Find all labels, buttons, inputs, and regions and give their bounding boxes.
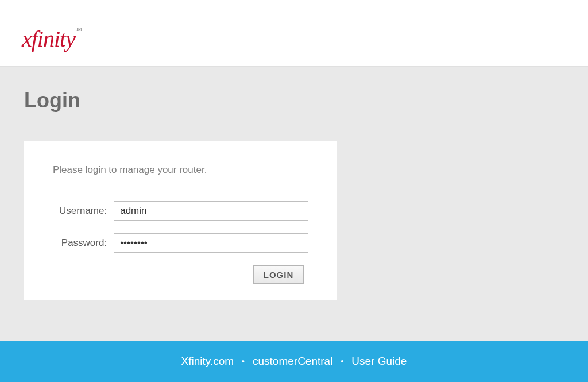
username-row: Username: [53,201,308,221]
logo-trademark: TM [76,27,82,32]
password-label: Password: [53,237,114,249]
login-button[interactable]: LOGIN [253,265,304,284]
password-input[interactable] [114,233,308,253]
footer: Xfinity.com • customerCentral • User Gui… [0,341,588,382]
header: xfinityTM [0,0,588,67]
login-card: Please login to manage your router. User… [24,141,337,300]
footer-separator: • [242,357,245,366]
password-row: Password: [53,233,308,253]
login-instruction: Please login to manage your router. [53,164,308,176]
footer-link-xfinity[interactable]: Xfinity.com [181,355,234,368]
username-label: Username: [53,205,114,217]
footer-separator: • [341,357,343,366]
xfinity-logo: xfinityTM [22,28,588,51]
footer-link-customer-central[interactable]: customerCentral [253,355,332,368]
footer-link-user-guide[interactable]: User Guide [351,355,407,368]
logo-text: xfinity [22,26,75,52]
content-area: Login Please login to manage your router… [0,67,588,300]
username-input[interactable] [114,201,308,221]
page-title: Login [24,88,588,113]
button-row: LOGIN [53,265,308,284]
